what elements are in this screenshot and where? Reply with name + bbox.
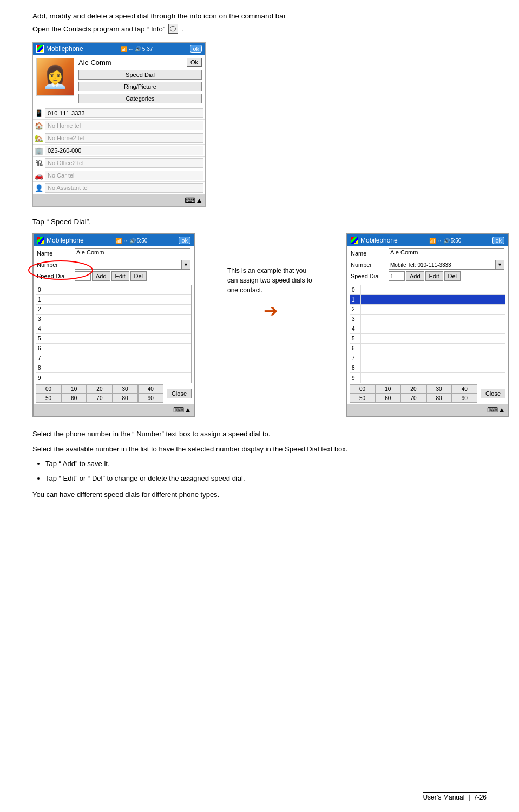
home2-value[interactable]: No Home2 tel — [45, 133, 203, 143]
left-btn-80[interactable]: 80 — [113, 394, 138, 403]
home-value[interactable]: No Home tel — [45, 121, 203, 130]
right-btn-10[interactable]: 10 — [375, 384, 400, 394]
left-number-grid: 0 1 2 3 4 — [36, 285, 192, 383]
left-grid-cell-0[interactable]: 0 — [36, 285, 47, 294]
left-grid-cell-4[interactable]: 4 — [36, 324, 47, 333]
right-btn-20[interactable]: 20 — [400, 384, 426, 394]
left-grid-value-8 — [47, 363, 191, 372]
left-edit-button[interactable]: Edit — [111, 271, 129, 281]
left-number-input[interactable] — [75, 260, 182, 270]
office2-value[interactable]: No Office2 tel — [45, 158, 203, 168]
right-btn-60[interactable]: 60 — [375, 394, 400, 403]
right-grid-cell-3[interactable]: 3 — [350, 315, 361, 324]
car-value[interactable]: No Car tel — [45, 171, 203, 180]
left-titlebar-time: 5:50 — [137, 238, 147, 244]
home-icon: 🏠 — [33, 120, 45, 132]
right-number-arrow[interactable]: ▼ — [496, 260, 504, 270]
right-btn-70[interactable]: 70 — [400, 394, 426, 403]
ring-picture-button[interactable]: Ring/Picture — [78, 82, 202, 91]
intro-line2: Open the Contacts program and tap “ Info… — [32, 24, 487, 34]
right-edit-button[interactable]: Edit — [425, 271, 443, 281]
right-name-input: Ale Comm — [389, 248, 504, 258]
left-number-arrow[interactable]: ▼ — [182, 260, 190, 270]
contact-bottombar: ⌨▲ — [33, 194, 205, 206]
left-grid-cell-7[interactable]: 7 — [36, 353, 47, 363]
right-grid-cell-9[interactable]: 9 — [350, 373, 361, 383]
left-speeddial-input[interactable] — [75, 271, 91, 281]
left-grid-cell-3[interactable]: 3 — [36, 315, 47, 324]
right-grid-cell-8[interactable]: 8 — [350, 363, 361, 372]
left-grid-row-0: 0 — [36, 285, 191, 295]
left-btn-50[interactable]: 50 — [36, 394, 61, 403]
keyboard-icon: ⌨▲ — [173, 405, 192, 414]
contact-ok-button[interactable]: Ok — [187, 58, 202, 67]
right-btn-50[interactable]: 50 — [350, 394, 375, 403]
right-close-button[interactable]: Close — [481, 389, 505, 398]
categories-button[interactable]: Categories — [78, 94, 202, 103]
right-btn-00[interactable]: 00 — [350, 384, 375, 394]
right-number-label: Number — [351, 261, 389, 268]
left-btn-70[interactable]: 70 — [87, 394, 112, 403]
left-btn-30[interactable]: 30 — [113, 384, 138, 394]
titlebar-time: 5:37 — [142, 46, 153, 52]
right-titlebar-ok[interactable]: ok — [492, 237, 504, 244]
list-item: 🏢 025-260-000 — [33, 145, 205, 157]
left-grid-row-7: 7 — [36, 353, 191, 363]
list-item: 🏠 No Home tel — [33, 120, 205, 132]
speed-dial-button[interactable]: Speed Dial — [78, 70, 202, 80]
right-grid-row-2: 2 — [350, 305, 505, 315]
left-grid-cell-2[interactable]: 2 — [36, 305, 47, 314]
right-number-input[interactable] — [389, 260, 496, 270]
left-status-icons: 📶 ↔ 🔊 5:50 — [115, 238, 147, 244]
left-btn-60[interactable]: 60 — [61, 394, 87, 403]
right-add-button[interactable]: Add — [406, 271, 424, 281]
left-grid-cell-5[interactable]: 5 — [36, 334, 47, 343]
left-btn-00[interactable]: 00 — [36, 384, 61, 394]
right-btn-40[interactable]: 40 — [452, 384, 477, 394]
left-close-button[interactable]: Close — [167, 389, 192, 398]
left-screen-wrapper: Mobilephone 📶 ↔ 🔊 5:50 ok Name Ale Comm … — [32, 233, 195, 417]
left-titlebar-ok[interactable]: ok — [179, 237, 190, 244]
right-grid-cell-7[interactable]: 7 — [350, 353, 361, 363]
instruction-line2: Select the available number in the list … — [32, 443, 487, 455]
right-grid-cell-1[interactable]: 1 — [350, 295, 361, 304]
bullet-list: Tap “ Add” to save it. Tap “ Edit” or “ … — [45, 457, 487, 485]
right-btn-80[interactable]: 80 — [426, 394, 452, 403]
right-grid-cell-5[interactable]: 5 — [350, 334, 361, 343]
left-grid-cell-8[interactable]: 8 — [36, 363, 47, 372]
left-grid-row-5: 5 — [36, 334, 191, 344]
left-btn-40[interactable]: 40 — [138, 384, 163, 394]
left-add-button[interactable]: Add — [92, 271, 110, 281]
titlebar-ok-button[interactable]: ok — [190, 45, 202, 53]
assistant-value[interactable]: No Assistant tel — [45, 183, 203, 193]
left-grid-cell-9[interactable]: 9 — [36, 373, 47, 383]
left-grid-cell-1[interactable]: 1 — [36, 295, 47, 304]
mobile-value[interactable]: 010-111-3333 — [45, 108, 203, 118]
right-bottombar: ⌨▲ — [347, 404, 508, 416]
left-grid-cell-6[interactable]: 6 — [36, 344, 47, 353]
office-value[interactable]: 025-260-000 — [45, 146, 203, 155]
right-btn-30[interactable]: 30 — [426, 384, 452, 394]
left-bottom-grid: 00 10 20 30 40 50 60 70 80 90 — [36, 384, 163, 403]
left-del-button[interactable]: Del — [130, 271, 147, 281]
right-grid-cell-4[interactable]: 4 — [350, 324, 361, 333]
speed-dial-row: Mobilephone 📶 ↔ 🔊 5:50 ok Name Ale Comm … — [32, 233, 487, 417]
left-name-input: Ale Comm — [75, 248, 190, 258]
right-speeddial-input[interactable] — [389, 271, 405, 281]
instruction-line1: Select the phone number in the “ Number”… — [32, 428, 487, 440]
left-btn-20[interactable]: 20 — [87, 384, 112, 394]
contact-name: Ale Comm — [78, 58, 111, 67]
right-del-button[interactable]: Del — [444, 271, 461, 281]
right-grid-cell-0[interactable]: 0 — [350, 285, 361, 294]
left-btn-10[interactable]: 10 — [61, 384, 87, 394]
left-btn-90[interactable]: 90 — [138, 394, 163, 403]
right-btn-90[interactable]: 90 — [452, 394, 477, 403]
windows-flag-icon — [37, 237, 44, 244]
left-grid-value-3 — [47, 315, 191, 324]
list-item: 📱 010-111-3333 — [33, 107, 205, 120]
left-grid-row-8: 8 — [36, 363, 191, 373]
left-speed-fields: Name Ale Comm Number ▼ Speed Dial Add Ed… — [34, 246, 194, 285]
right-grid-cell-2[interactable]: 2 — [350, 305, 361, 314]
right-grid-cell-6[interactable]: 6 — [350, 344, 361, 353]
status-icons: 📶 ↔ 🔊 5:37 — [121, 46, 153, 52]
